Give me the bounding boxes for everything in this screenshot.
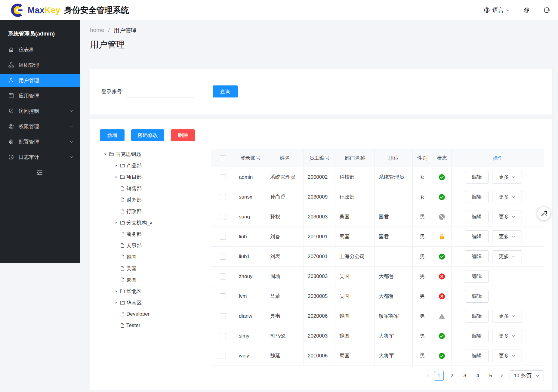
sidebar-item-applications[interactable]: 应用管理 bbox=[0, 89, 80, 102]
cell-department: 魏国 bbox=[335, 306, 375, 326]
tree-item[interactable]: 产品部 bbox=[90, 160, 206, 171]
sidebar-item-organization[interactable]: 组织管理 bbox=[0, 58, 80, 72]
folder-icon bbox=[120, 300, 125, 305]
settings-gear-icon[interactable] bbox=[523, 7, 530, 14]
tree-item[interactable]: 商务部 bbox=[90, 228, 206, 240]
cell-status bbox=[432, 267, 452, 286]
language-switch[interactable]: 语言 bbox=[483, 6, 510, 14]
row-checkbox[interactable] bbox=[220, 353, 226, 359]
tree-item[interactable]: 蜀国 bbox=[90, 274, 206, 286]
search-button[interactable]: 查询 bbox=[213, 85, 238, 97]
row-checkbox[interactable] bbox=[220, 194, 226, 200]
status-active-icon bbox=[439, 253, 445, 260]
table-row: liub1刘表2070001上海分公司男编辑更多 bbox=[211, 247, 544, 267]
caret-right-icon[interactable] bbox=[113, 301, 120, 304]
caret-right-icon[interactable] bbox=[113, 221, 120, 224]
pagination-next-button[interactable] bbox=[499, 371, 505, 381]
edit-button[interactable]: 编辑 bbox=[465, 310, 489, 323]
account-search-input[interactable] bbox=[127, 86, 194, 97]
more-button[interactable]: 更多 bbox=[492, 211, 522, 223]
more-button[interactable]: 更多 bbox=[492, 350, 522, 362]
row-checkbox[interactable] bbox=[220, 214, 226, 220]
row-checkbox[interactable] bbox=[220, 293, 226, 299]
edit-button[interactable]: 编辑 bbox=[465, 171, 489, 184]
cell-gender: 男 bbox=[413, 267, 432, 286]
pagination-page-5[interactable]: 5 bbox=[486, 371, 495, 381]
tree-item[interactable]: 魏国 bbox=[90, 251, 206, 263]
tree-item[interactable]: 项目部 bbox=[90, 171, 206, 183]
more-button[interactable]: 更多 bbox=[492, 191, 522, 203]
edit-button[interactable]: 编辑 bbox=[465, 270, 489, 283]
sidebar-item-access-control[interactable]: 访问控制 bbox=[0, 104, 80, 118]
sidebar-item-dashboard[interactable]: 仪表盘 bbox=[0, 43, 80, 56]
select-all-checkbox[interactable] bbox=[220, 155, 226, 161]
pagination-page-1[interactable]: 1 bbox=[434, 371, 444, 381]
cell-text: 2030009 bbox=[308, 194, 328, 200]
caret-down-icon[interactable] bbox=[102, 153, 109, 156]
pagination-page-3[interactable]: 3 bbox=[460, 371, 470, 381]
row-checkbox[interactable] bbox=[220, 313, 226, 319]
sidebar-collapse-button[interactable] bbox=[36, 169, 43, 176]
add-user-button[interactable]: 新增 bbox=[100, 129, 125, 141]
cell-text: 男 bbox=[420, 254, 425, 259]
page-size-select[interactable]: 10 条/页 bbox=[510, 370, 544, 381]
cell-text: lvm bbox=[239, 293, 247, 299]
tree-item[interactable]: 华北区 bbox=[90, 286, 206, 297]
more-button[interactable]: 更多 bbox=[492, 171, 522, 184]
tree-item[interactable]: Tester bbox=[90, 320, 206, 331]
caret-right-icon[interactable] bbox=[113, 175, 120, 179]
pagination-page-2[interactable]: 2 bbox=[447, 371, 457, 381]
more-button[interactable]: 更多 bbox=[492, 230, 522, 243]
sidebar-item-audit-log[interactable]: 日志审计 bbox=[0, 150, 80, 164]
cell-employee_id: 2020003 bbox=[304, 326, 335, 346]
cell-gender: 男 bbox=[413, 326, 432, 346]
user-table-body: admin系统管理员2000002科技部系统管理员女编辑更多sunsx孙尚香20… bbox=[211, 167, 544, 366]
breadcrumb-home-link[interactable]: home bbox=[90, 27, 104, 35]
row-checkbox[interactable] bbox=[220, 333, 226, 339]
row-checkbox[interactable] bbox=[220, 273, 226, 279]
edit-button[interactable]: 编辑 bbox=[465, 350, 489, 362]
sidebar-item-permissions[interactable]: 权限管理 bbox=[0, 120, 80, 133]
cell-text: 大将军 bbox=[379, 353, 394, 359]
edit-button[interactable]: 编辑 bbox=[465, 290, 489, 303]
logout-icon[interactable] bbox=[543, 7, 550, 14]
tree-item[interactable]: 行政部 bbox=[90, 205, 206, 217]
magic-wand-overlay-button[interactable] bbox=[537, 207, 550, 220]
change-password-button[interactable]: 密码修改 bbox=[131, 129, 164, 141]
edit-button[interactable]: 编辑 bbox=[465, 330, 489, 342]
sidebar-item-users[interactable]: 用户管理 bbox=[0, 74, 80, 87]
cell-text: dianw bbox=[239, 313, 252, 319]
delete-button[interactable]: 删除 bbox=[171, 129, 195, 141]
row-checkbox[interactable] bbox=[220, 254, 226, 260]
cell-text: 2030003 bbox=[308, 273, 328, 279]
pagination-prev-button[interactable] bbox=[425, 371, 431, 381]
row-checkbox[interactable] bbox=[220, 174, 226, 180]
tree-item[interactable]: 财务部 bbox=[90, 194, 206, 205]
cell-text: 2020003 bbox=[308, 333, 328, 339]
file-icon bbox=[120, 197, 125, 202]
cell-employee_id: 2070001 bbox=[304, 247, 335, 267]
caret-right-icon[interactable] bbox=[113, 164, 120, 167]
cell-text: 男 bbox=[420, 234, 425, 239]
edit-button[interactable]: 编辑 bbox=[465, 211, 489, 223]
row-checkbox[interactable] bbox=[220, 234, 226, 240]
tree-item[interactable]: 马克思钥匙 bbox=[90, 148, 206, 160]
edit-button[interactable]: 编辑 bbox=[465, 191, 489, 203]
edit-button[interactable]: 编辑 bbox=[465, 250, 489, 263]
user-table-wrap: 登录账号姓名员工编号部门名称职位性别状态操作 admin系统管理员2000002… bbox=[211, 149, 544, 366]
edit-button[interactable]: 编辑 bbox=[465, 230, 489, 243]
tree-item[interactable]: 吴国 bbox=[90, 263, 206, 274]
more-button[interactable]: 更多 bbox=[492, 310, 522, 323]
tree-item[interactable]: 华南区 bbox=[90, 297, 206, 308]
config-icon bbox=[8, 139, 14, 145]
caret-right-icon[interactable] bbox=[113, 290, 120, 293]
tree-item[interactable]: 人事部 bbox=[90, 240, 206, 251]
cell-name: 刘备 bbox=[266, 227, 304, 247]
pagination-page-4[interactable]: 4 bbox=[473, 371, 482, 381]
more-button[interactable]: 更多 bbox=[492, 250, 522, 263]
tree-item[interactable]: 销售部 bbox=[90, 183, 206, 194]
tree-item[interactable]: Developer bbox=[90, 308, 206, 320]
more-button[interactable]: 更多 bbox=[492, 330, 522, 342]
tree-item[interactable]: 分支机构_v bbox=[90, 217, 206, 228]
sidebar-item-configuration[interactable]: 配置管理 bbox=[0, 135, 80, 148]
